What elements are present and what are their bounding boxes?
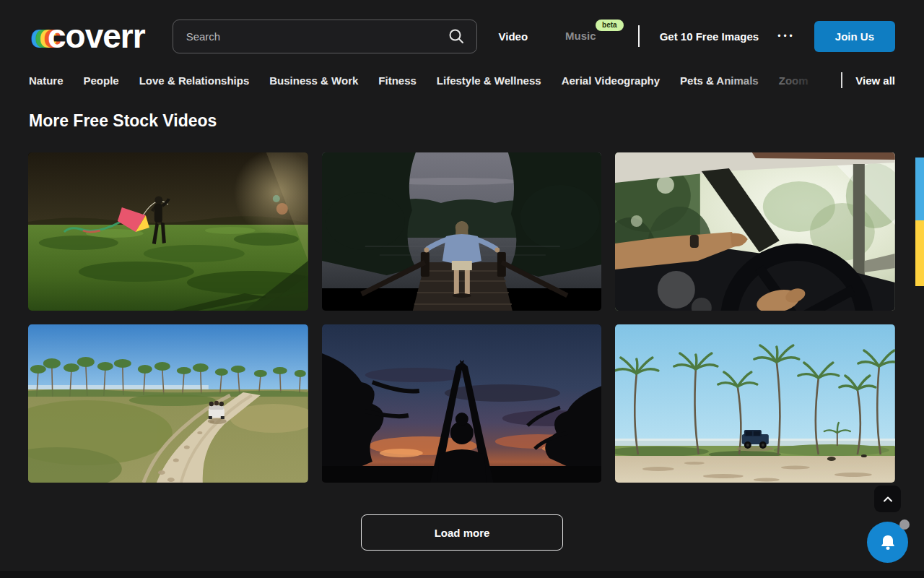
footer-edge [0, 571, 924, 578]
search-icon[interactable] [448, 27, 465, 45]
view-all-link[interactable]: View all [855, 74, 895, 87]
category-nav: Nature People Love & Relationships Busin… [0, 72, 924, 88]
video-grid [28, 152, 895, 483]
category-lifestyle-wellness[interactable]: Lifestyle & Wellness [437, 74, 541, 87]
category-fitness[interactable]: Fitness [378, 74, 417, 87]
video-preview-image [28, 324, 308, 483]
page-title: More Free Stock Videos [29, 111, 924, 131]
scroll-to-top-button[interactable] [874, 486, 901, 512]
load-more-button[interactable]: Load more [361, 514, 563, 551]
video-preview-image [322, 152, 602, 311]
feedback-side-tab-yellow[interactable] [915, 220, 924, 286]
more-menu-icon[interactable]: ••• [777, 31, 796, 41]
search-bar [173, 20, 477, 53]
video-thumbnail-kite-meadow[interactable] [28, 152, 308, 311]
category-pets-animals[interactable]: Pets & Animals [680, 74, 759, 87]
category-list: Nature People Love & Relationships Busin… [29, 72, 837, 88]
video-thumbnail-jeep-drive[interactable] [615, 152, 895, 311]
nav-free-images-link[interactable]: Get 10 Free Images [660, 30, 759, 43]
category-love-relationships[interactable]: Love & Relationships [139, 74, 250, 87]
video-thumbnail-aerial-road[interactable] [28, 324, 308, 483]
category-aerial-videography[interactable]: Aerial Videography [562, 74, 660, 87]
category-divider [841, 72, 842, 88]
site-header: coverr Video Music beta Get 10 Free Imag… [0, 0, 924, 72]
notification-status-dot [899, 519, 910, 530]
video-thumbnail-lake-dock[interactable] [322, 152, 602, 311]
load-more-row: Load more [0, 514, 924, 551]
category-nature[interactable]: Nature [29, 74, 64, 87]
category-people[interactable]: People [84, 74, 119, 87]
nav-music-link[interactable]: Music [565, 30, 596, 42]
header-nav: Video Music beta Get 10 Free Images ••• … [499, 21, 895, 52]
join-us-button[interactable]: Join Us [814, 21, 895, 52]
video-preview-image [28, 152, 308, 311]
nav-music-wrap: Music beta [565, 30, 596, 43]
header-divider [638, 25, 640, 47]
music-beta-badge: beta [596, 20, 624, 31]
nav-video-link[interactable]: Video [499, 30, 528, 43]
chevron-up-icon [881, 493, 894, 506]
logo-rainbow-c: c [48, 20, 66, 53]
video-preview-image [615, 152, 895, 311]
coverr-logo[interactable]: coverr [29, 20, 145, 53]
category-zoom[interactable]: Zoom [779, 74, 808, 87]
category-business-work[interactable]: Business & Work [269, 74, 358, 87]
video-preview-image [615, 324, 895, 483]
bell-icon [878, 532, 898, 553]
video-thumbnail-yoga-sunset[interactable] [322, 324, 602, 483]
video-preview-image [322, 324, 602, 483]
logo-text: overr [66, 20, 145, 53]
feedback-side-tab-blue[interactable] [915, 158, 924, 220]
video-thumbnail-beach-palms[interactable] [615, 324, 895, 483]
search-input[interactable] [186, 30, 440, 43]
